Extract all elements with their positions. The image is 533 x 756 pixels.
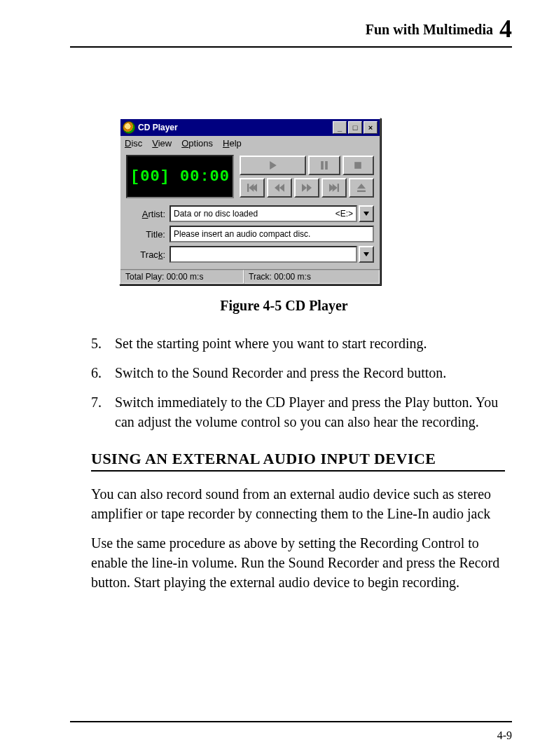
track-label: Track: [126,249,169,260]
svg-marker-16 [364,212,369,216]
close-button[interactable]: × [364,121,378,134]
svg-marker-0 [270,161,277,170]
section-heading: USING AN EXTERNAL AUDIO INPUT DEVICE [91,450,505,472]
step-list: 5. Set the starting point where you want… [91,334,505,432]
menu-help[interactable]: Help [223,138,242,149]
paragraph-1: You can also record sound from an extern… [91,484,505,523]
menu-disc[interactable]: Disc [125,138,142,149]
figure-cdplayer: CD Player _ □ × Disc View Options Help [… [119,118,505,285]
svg-rect-2 [325,161,328,170]
svg-marker-7 [275,184,279,192]
play-button[interactable] [240,156,306,175]
forward-button[interactable] [294,178,319,198]
window-title: CD Player [138,123,331,132]
svg-rect-13 [338,184,339,192]
header-title: Fun with Multimedia [366,22,493,37]
title-field[interactable]: Please insert an audio compact disc. [169,226,374,242]
prev-track-button[interactable] [240,178,265,198]
page-header: Fun with Multimedia 4 [70,14,512,48]
paragraph-2: Use the same procedure as above by setti… [91,533,505,592]
svg-rect-4 [247,184,249,192]
step-7: 7. Switch immediately to the CD Player a… [91,392,505,432]
svg-marker-9 [302,184,307,192]
cd-icon [123,121,135,134]
artist-value: Data or no disc loaded [174,209,258,219]
page-number: 4-9 [497,729,512,742]
svg-marker-17 [364,252,369,256]
title-value: Please insert an audio compact disc. [174,229,310,239]
track-dropdown-button[interactable] [359,246,374,263]
figure-caption: Figure 4-5 CD Player [63,298,505,314]
chapter-number: 4 [499,15,512,43]
status-track-time: Track: 00:00 m:s [244,270,380,284]
artist-label: Artist: [126,209,169,219]
minimize-button[interactable]: _ [333,121,347,134]
track-field[interactable] [169,246,357,263]
footer-rule [70,721,512,722]
step-5: 5. Set the starting point where you want… [91,334,505,353]
eject-button[interactable] [349,178,374,198]
artist-field[interactable]: Data or no disc loaded <E:> [169,205,357,222]
rewind-button[interactable] [267,178,292,198]
artist-dropdown-button[interactable] [359,205,374,222]
titlebar[interactable]: CD Player _ □ × [120,119,380,136]
menu-options[interactable]: Options [181,138,213,149]
status-total-play: Total Play: 00:00 m:s [120,270,244,284]
svg-rect-15 [357,191,366,192]
svg-rect-3 [354,162,361,169]
statusbar: Total Play: 00:00 m:s Track: 00:00 m:s [120,269,380,284]
stop-button[interactable] [342,156,374,175]
svg-marker-12 [333,184,338,192]
time-display: [00] 00:00 [126,155,234,198]
svg-marker-14 [357,184,366,188]
svg-marker-8 [279,184,284,192]
cdplayer-window: CD Player _ □ × Disc View Options Help [… [119,118,381,285]
svg-marker-10 [307,184,312,192]
menu-view[interactable]: View [152,138,172,149]
title-label: Title: [126,229,169,240]
step-6: 6. Switch to the Sound Recorder and pres… [91,363,505,383]
svg-rect-1 [321,161,324,170]
maximize-button[interactable]: □ [348,121,362,134]
pause-button[interactable] [308,156,340,175]
artist-drive: <E:> [335,209,353,219]
next-track-button[interactable] [321,178,347,198]
menubar: Disc View Options Help [120,136,380,151]
